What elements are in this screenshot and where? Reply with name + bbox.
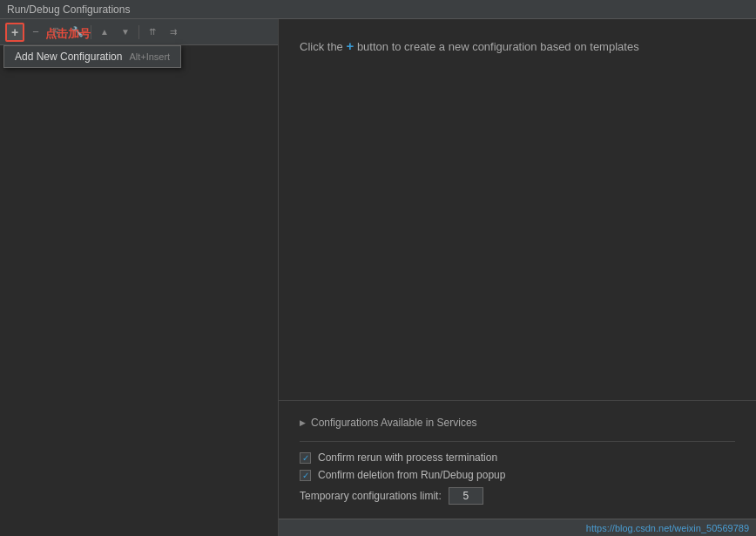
limit-label: Temporary configurations limit: [300,490,442,502]
separator-line [300,441,735,442]
title-bar: Run/Debug Configurations [0,0,756,19]
spacer [279,74,756,401]
left-panel: + − ⎘ 🔧 ▲ ▼ ⇈ ⇉ [0,19,279,536]
add-configuration-button[interactable]: + [5,23,24,42]
main-layout: + − ⎘ 🔧 ▲ ▼ ⇈ ⇉ [0,19,756,536]
confirm-rerun-label: Confirm rerun with process termination [318,451,497,464]
move-down-button[interactable]: ▼ [116,23,135,42]
toolbar-separator [91,25,91,39]
collapsible-arrow-icon: ▶ [300,418,306,427]
configurations-available-collapsible[interactable]: ▶ Configurations Available in Services [300,411,735,434]
instruction-plus: + [346,38,354,53]
right-content: Click the + button to create a new confi… [279,19,756,519]
add-new-configuration-label: Add New Configuration [15,51,122,63]
confirm-deletion-label: Confirm deletion from Run/Debug popup [318,469,505,481]
instruction-prefix: Click the [300,40,343,53]
instruction-suffix: button to create a new configuration bas… [357,40,639,53]
tree-area: ▶ 🔧 Templates [0,45,278,536]
right-panel: Click the + button to create a new confi… [279,19,756,536]
checkbox-row-1: Confirm rerun with process termination [300,449,735,466]
add-new-configuration-shortcut: Alt+Insert [129,51,170,62]
wrench-button[interactable]: 🔧 [68,23,87,42]
collapsible-label: Configurations Available in Services [311,417,477,429]
confirm-rerun-checkbox[interactable] [300,452,311,464]
sort-button-1[interactable]: ⇈ [143,23,162,42]
limit-input[interactable] [449,487,483,505]
limit-row: Temporary configurations limit: [300,484,735,508]
sort-button-2[interactable]: ⇉ [164,23,183,42]
move-up-button[interactable]: ▲ [95,23,114,42]
remove-configuration-button[interactable]: − [26,23,45,42]
add-configuration-dropdown: Add New Configuration Alt+Insert [3,45,181,68]
url-bar: https://blog.csdn.net/weixin_50569789 [279,519,756,536]
bottom-section: ▶ Configurations Available in Services C… [279,400,756,519]
toolbar: + − ⎘ 🔧 ▲ ▼ ⇈ ⇉ [0,19,278,45]
confirm-deletion-checkbox[interactable] [300,470,311,481]
add-new-configuration-item[interactable]: Add New Configuration Alt+Insert [4,46,180,67]
title-text: Run/Debug Configurations [7,3,130,16]
url-text: https://blog.csdn.net/weixin_50569789 [586,523,749,533]
checkbox-row-2: Confirm deletion from Run/Debug popup [300,466,735,484]
toolbar-separator-2 [138,25,139,39]
copy-configuration-button[interactable]: ⎘ [47,23,66,42]
instruction-area: Click the + button to create a new confi… [279,19,756,74]
